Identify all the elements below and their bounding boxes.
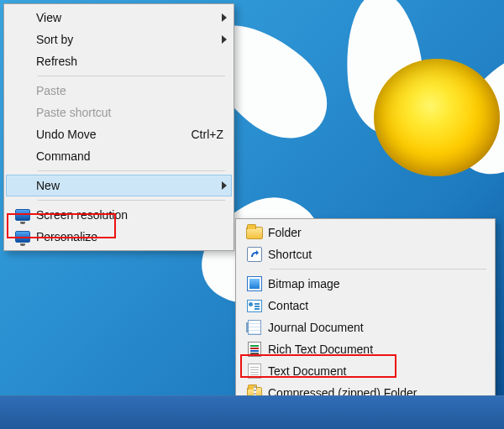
folder-icon [246, 227, 263, 239]
chevron-right-icon [222, 13, 227, 22]
submenu-item-text-document[interactable]: Text Document [238, 360, 493, 382]
menu-separator [38, 76, 225, 76]
menu-item-label: Sort by [36, 33, 222, 46]
rtf-icon [248, 342, 261, 357]
menu-item-paste-shortcut: Paste shortcut [6, 102, 232, 123]
menu-separator [38, 200, 225, 201]
menu-item-refresh[interactable]: Refresh [6, 50, 232, 72]
journal-icon [248, 320, 261, 335]
submenu-item-bitmap[interactable]: Bitmap image [238, 273, 493, 295]
menu-item-label: Folder [268, 226, 488, 239]
txt-icon [248, 364, 261, 379]
menu-item-new[interactable]: New [6, 175, 232, 196]
new-submenu: Folder Shortcut Bitmap image Contact Jou… [235, 218, 496, 407]
menu-item-sort-by[interactable]: Sort by [6, 29, 232, 50]
menu-item-label: Rich Text Document [268, 343, 488, 356]
menu-item-label: Screen resolution [36, 208, 227, 222]
submenu-item-contact[interactable]: Contact [238, 295, 493, 317]
menu-item-label: Undo Move [36, 128, 192, 141]
menu-item-screen-resolution[interactable]: Screen resolution [6, 204, 232, 226]
menu-item-personalize[interactable]: Personalize [6, 226, 232, 248]
menu-item-label: Personalize [36, 230, 227, 243]
display-icon [15, 209, 30, 221]
menu-item-label: Paste shortcut [36, 106, 227, 119]
submenu-item-journal[interactable]: Journal Document [238, 317, 493, 338]
taskbar[interactable] [0, 395, 504, 429]
menu-item-label: View [36, 11, 222, 24]
shortcut-icon [247, 247, 262, 262]
chevron-right-icon [222, 181, 227, 190]
bitmap-icon [247, 276, 262, 291]
menu-item-label: Contact [268, 299, 488, 312]
desktop-context-menu: View Sort by Refresh Paste Paste shortcu… [3, 3, 234, 251]
menu-item-label: Bitmap image [268, 277, 488, 290]
menu-item-label: Shortcut [268, 248, 488, 261]
menu-item-shortcut: Ctrl+Z [192, 128, 228, 141]
submenu-item-rtf[interactable]: Rich Text Document [238, 338, 493, 360]
menu-separator [38, 170, 225, 171]
submenu-item-folder[interactable]: Folder [238, 222, 493, 243]
menu-item-label: Refresh [36, 55, 227, 68]
menu-item-command[interactable]: Command [6, 145, 232, 167]
menu-item-label: Text Document [268, 364, 488, 378]
menu-item-label: Paste [36, 84, 227, 97]
menu-item-label: Command [36, 149, 227, 163]
menu-item-view[interactable]: View [6, 7, 232, 29]
menu-separator [270, 269, 486, 269]
submenu-item-shortcut[interactable]: Shortcut [238, 243, 493, 265]
menu-item-label: Journal Document [268, 321, 488, 334]
display-icon [15, 231, 30, 243]
menu-item-undo-move[interactable]: Undo Move Ctrl+Z [6, 123, 232, 145]
menu-item-paste: Paste [6, 80, 232, 102]
chevron-right-icon [222, 35, 227, 44]
contact-icon [247, 300, 262, 312]
menu-item-label: New [36, 179, 222, 192]
